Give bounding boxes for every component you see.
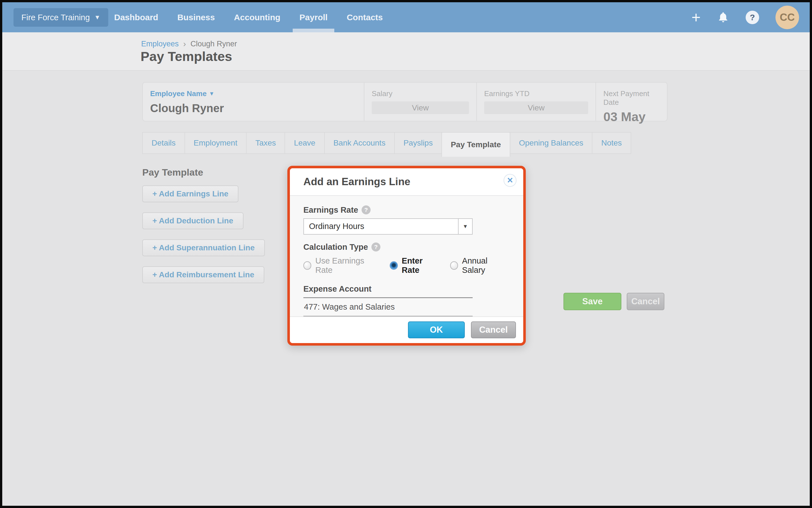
radio-selected-icon (390, 261, 397, 270)
calculation-type-radio-group: Use Earnings Rate Enter Rate Annual Sala… (303, 256, 510, 275)
tab-pay-template[interactable]: Pay Template (441, 132, 510, 157)
tab-label: Notes (601, 138, 622, 147)
expense-account-value[interactable]: 477: Wages and Salaries (303, 298, 473, 316)
employee-name-label: Employee Name (150, 89, 207, 98)
salary-label: Salary (372, 89, 469, 98)
tab-opening-balances[interactable]: Opening Balances (510, 132, 593, 154)
nav-right-icons: + ? CC (691, 2, 799, 32)
nav-item-label: Accounting (234, 13, 280, 22)
modal-header: Add an Earnings Line ✕ (290, 168, 523, 196)
chevron-down-icon: ▼ (94, 14, 101, 21)
earnings-ytd-view-button[interactable]: View (484, 101, 588, 114)
radio-label: Annual Salary (462, 256, 510, 275)
chevron-down-icon: ▼ (209, 90, 215, 97)
add-earnings-line-button[interactable]: + Add Earnings Line (142, 185, 238, 202)
tab-details[interactable]: Details (142, 132, 185, 154)
org-name-label: Fire Force Training (22, 13, 90, 22)
close-icon[interactable]: ✕ (504, 174, 516, 187)
modal-body: Earnings Rate ? Ordinary Hours ▼ Calcula… (290, 196, 523, 316)
expense-account-label-row: Expense Account (303, 284, 510, 294)
calculation-type-help-icon[interactable]: ? (372, 243, 380, 251)
earnings-ytd-label: Earnings YTD (484, 89, 588, 98)
screenshot-frame: Fire Force Training ▼ Dashboard Business… (0, 0, 812, 508)
tab-label: Payslips (403, 138, 433, 147)
tab-label: Taxes (255, 138, 276, 147)
earnings-rate-help-icon[interactable]: ? (361, 205, 371, 214)
breadcrumb-separator-icon: › (183, 39, 186, 49)
summary-earnings-column: Earnings YTD View (476, 83, 595, 121)
tab-label: Opening Balances (519, 138, 583, 147)
employee-tabs: Details Employment Taxes Leave Bank Acco… (142, 132, 631, 157)
tab-notes[interactable]: Notes (592, 132, 631, 154)
expense-account-label: Expense Account (303, 284, 372, 294)
select-dropdown-button[interactable]: ▼ (458, 219, 472, 234)
save-button[interactable]: Save (564, 293, 621, 310)
add-reimbursement-line-button[interactable]: + Add Reimbursement Line (142, 266, 264, 283)
modal-title: Add an Earnings Line (303, 176, 410, 188)
summary-employee-column: Employee Name ▼ Clough Ryner (143, 83, 364, 121)
nav-item-payroll[interactable]: Payroll (300, 2, 327, 32)
nav-item-label: Dashboard (114, 13, 158, 22)
tab-bank-accounts[interactable]: Bank Accounts (324, 132, 395, 154)
add-deduction-line-button[interactable]: + Add Deduction Line (142, 212, 243, 229)
nav-item-business[interactable]: Business (178, 2, 215, 32)
summary-salary-column: Salary View (364, 83, 476, 121)
radio-label: Use Earnings Rate (315, 256, 380, 275)
calculation-type-label: Calculation Type (303, 243, 368, 252)
modal-cancel-button[interactable]: Cancel (471, 322, 516, 338)
salary-view-button[interactable]: View (372, 101, 469, 114)
avatar[interactable]: CC (775, 6, 799, 29)
radio-unselected-icon (450, 261, 458, 270)
breadcrumb-employees-link[interactable]: Employees (141, 40, 179, 48)
add-earnings-line-modal: Add an Earnings Line ✕ Earnings Rate ? O… (287, 166, 526, 346)
top-nav-bar: Fire Force Training ▼ Dashboard Business… (2, 2, 810, 32)
page-header: Employees › Clough Ryner Pay Templates (2, 32, 810, 71)
calculation-type-label-row: Calculation Type ? (303, 243, 510, 252)
earnings-rate-selected-value: Ordinary Hours (304, 222, 458, 231)
tab-label: Bank Accounts (334, 138, 385, 147)
ok-button[interactable]: OK (408, 322, 465, 338)
next-payment-label: Next Payment Date (604, 89, 660, 107)
tab-label: Employment (194, 138, 238, 147)
earnings-rate-label-row: Earnings Rate ? (303, 205, 510, 215)
expense-account-table: 477: Wages and Salaries (303, 297, 473, 316)
radio-enter-rate[interactable]: Enter Rate (390, 256, 440, 275)
nav-item-label: Payroll (300, 13, 327, 22)
chevron-down-icon: ▼ (463, 223, 468, 229)
employee-name-value: Clough Ryner (150, 102, 356, 115)
breadcrumb-current: Clough Ryner (191, 40, 237, 48)
tab-employment[interactable]: Employment (185, 132, 247, 154)
add-superannuation-line-button[interactable]: + Add Superannuation Line (142, 240, 265, 256)
pay-template-heading: Pay Template (142, 167, 203, 178)
tab-label: Pay Template (451, 140, 501, 149)
org-switcher-button[interactable]: Fire Force Training ▼ (13, 8, 108, 27)
help-icon[interactable]: ? (746, 11, 759, 24)
radio-label: Enter Rate (402, 256, 440, 275)
nav-item-contacts[interactable]: Contacts (347, 2, 383, 32)
app-page: Fire Force Training ▼ Dashboard Business… (2, 2, 810, 506)
tab-label: Details (152, 138, 176, 147)
earnings-rate-select[interactable]: Ordinary Hours ▼ (303, 218, 473, 235)
tab-leave[interactable]: Leave (284, 132, 324, 154)
radio-use-earnings-rate: Use Earnings Rate (303, 256, 380, 275)
page-cancel-button[interactable]: Cancel (627, 293, 664, 310)
nav-item-label: Business (178, 13, 215, 22)
tab-label: Leave (294, 138, 315, 147)
tab-payslips[interactable]: Payslips (394, 132, 442, 154)
modal-footer: OK Cancel (290, 316, 523, 343)
tab-taxes[interactable]: Taxes (246, 132, 285, 154)
summary-next-payment-column: Next Payment Date 03 May (595, 83, 667, 121)
nav-item-label: Contacts (347, 13, 383, 22)
page-title: Pay Templates (141, 49, 232, 64)
radio-unselected-icon (303, 261, 311, 270)
earnings-rate-label: Earnings Rate (303, 205, 358, 215)
nav-item-accounting[interactable]: Accounting (234, 2, 280, 32)
next-payment-value: 03 May (604, 110, 660, 124)
employee-summary-card: Employee Name ▼ Clough Ryner Salary View… (142, 82, 667, 121)
notifications-bell-icon[interactable] (717, 11, 729, 24)
nav-item-dashboard[interactable]: Dashboard (114, 2, 158, 32)
employee-name-dropdown[interactable]: Employee Name ▼ (150, 89, 356, 98)
add-new-icon[interactable]: + (691, 9, 701, 25)
nav-menu: Dashboard Business Accounting Payroll Co… (114, 2, 383, 32)
radio-annual-salary[interactable]: Annual Salary (450, 256, 510, 275)
